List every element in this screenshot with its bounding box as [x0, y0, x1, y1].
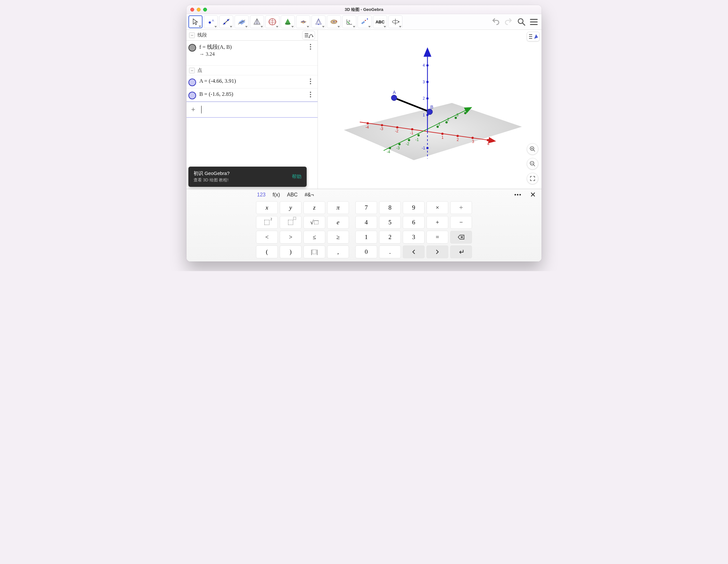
key-2[interactable]: 2 — [379, 231, 401, 244]
kb-tab-123[interactable]: 123 — [257, 192, 266, 198]
kb-tab-sym[interactable]: #&¬ — [305, 192, 314, 198]
tool-pyramid[interactable] — [250, 15, 264, 28]
key-dot[interactable]: . — [379, 245, 401, 258]
key-ge[interactable]: ≥ — [327, 231, 349, 244]
tool-cone[interactable] — [281, 15, 295, 28]
item-menu-f[interactable] — [307, 43, 314, 50]
key-power[interactable] — [280, 216, 302, 229]
zoom-out-button[interactable] — [527, 158, 538, 170]
graphics3d-view[interactable]: -4 -3 -2 -1 1 2 3 4 -4 -3 — [318, 30, 542, 189]
promo-help-link[interactable]: 帮助 — [292, 174, 302, 180]
algebra-item-f[interactable]: f = 线段(A, B) 3.24 — [186, 41, 318, 66]
key-x[interactable]: x — [256, 201, 278, 214]
svg-text:3: 3 — [472, 139, 474, 144]
collapse-point-button[interactable]: − — [189, 68, 195, 73]
key-eq[interactable]: = — [426, 231, 448, 244]
menu-button[interactable] — [530, 19, 538, 25]
minimize-window-button[interactable] — [197, 8, 201, 12]
key-abs[interactable]: || — [303, 245, 325, 258]
key-gt[interactable]: > — [280, 231, 302, 244]
tool-point[interactable]: A — [204, 15, 218, 28]
close-window-button[interactable] — [190, 8, 194, 12]
tool-angle[interactable]: α — [342, 15, 356, 28]
key-square[interactable]: 2 — [256, 216, 278, 229]
redo-button[interactable] — [504, 18, 513, 26]
svg-text:4: 4 — [423, 63, 425, 68]
svg-point-0 — [209, 21, 211, 24]
undo-button[interactable] — [492, 18, 500, 26]
key-mul[interactable]: × — [426, 201, 448, 214]
label-b: B — [430, 104, 433, 110]
key-7[interactable]: 7 — [355, 201, 377, 214]
key-5[interactable]: 5 — [379, 216, 401, 229]
key-right[interactable] — [426, 245, 448, 258]
tool-intersect[interactable] — [296, 15, 310, 28]
kb-more-button[interactable]: ••• — [514, 192, 522, 198]
key-0[interactable]: 0 — [355, 245, 377, 258]
svg-text:1: 1 — [438, 122, 441, 126]
tool-reflect[interactable] — [358, 15, 372, 28]
key-y[interactable]: y — [280, 201, 302, 214]
key-lt[interactable]: < — [256, 231, 278, 244]
svg-text:4: 4 — [487, 142, 490, 146]
svg-text:-1: -1 — [410, 131, 413, 135]
tool-move[interactable] — [188, 15, 203, 28]
key-minus[interactable]: − — [450, 216, 472, 229]
key-backspace[interactable] — [450, 231, 472, 244]
fullscreen-button[interactable] — [527, 173, 538, 184]
zoom-window-button[interactable] — [203, 8, 207, 12]
key-plus[interactable]: + — [426, 216, 448, 229]
tool-text[interactable]: ABC — [373, 15, 387, 28]
kb-tab-abc[interactable]: ABC — [287, 192, 298, 198]
key-le[interactable]: ≤ — [303, 231, 325, 244]
graphics-view-menu[interactable] — [527, 32, 540, 41]
algebra-item-b[interactable]: B = (-1.6, 2.85) — [186, 88, 318, 102]
key-3[interactable]: 3 — [403, 231, 425, 244]
svg-point-24 — [336, 21, 337, 21]
key-rparen[interactable]: ) — [280, 245, 302, 258]
key-e[interactable]: e — [327, 216, 349, 229]
tool-net3d[interactable] — [311, 15, 326, 28]
key-sqrt[interactable]: √ — [303, 216, 325, 229]
key-1[interactable]: 1 — [355, 231, 377, 244]
item-menu-a[interactable] — [307, 77, 314, 84]
key-4[interactable]: 4 — [355, 216, 377, 229]
object-color-a[interactable] — [188, 79, 196, 86]
zoom-in-button[interactable] — [527, 143, 538, 155]
svg-point-88 — [427, 147, 428, 149]
key-lparen[interactable]: ( — [256, 245, 278, 258]
svg-point-75 — [465, 112, 466, 114]
algebra-sort-button[interactable] — [302, 31, 315, 40]
key-8[interactable]: 8 — [379, 201, 401, 214]
key-div[interactable]: ÷ — [450, 201, 472, 214]
object-color-b[interactable] — [188, 92, 196, 99]
algebra-item-a[interactable]: A = (-4.66, 3.91) — [186, 75, 318, 88]
svg-marker-26 — [361, 21, 365, 24]
kb-tab-fx[interactable]: f(x) — [273, 192, 280, 198]
key-9[interactable]: 9 — [403, 201, 425, 214]
search-button[interactable] — [517, 18, 525, 26]
algebra-input-row[interactable]: + — [186, 102, 318, 118]
key-6[interactable]: 6 — [403, 216, 425, 229]
tool-rotate-view[interactable] — [388, 15, 402, 28]
tool-sphere[interactable] — [265, 15, 279, 28]
key-pi[interactable]: π — [327, 201, 349, 214]
key-left[interactable] — [403, 245, 425, 258]
key-enter[interactable] — [450, 245, 472, 258]
kb-close-button[interactable]: ✕ — [529, 191, 537, 199]
collapse-segment-button[interactable]: − — [189, 32, 195, 38]
scene-svg: -4 -3 -2 -1 1 2 3 4 -4 -3 — [318, 30, 542, 189]
key-z[interactable]: z — [303, 201, 325, 214]
svg-point-4 — [227, 19, 229, 21]
svg-text:-3: -3 — [380, 127, 383, 131]
object-color-f[interactable] — [188, 44, 196, 52]
kb-block-numbers: 7 8 9 × ÷ 4 5 6 + − 1 2 3 = 0 . — [355, 201, 472, 258]
item-menu-b[interactable] — [307, 90, 314, 97]
svg-text:-1: -1 — [415, 137, 419, 142]
tool-plane[interactable] — [235, 15, 249, 28]
key-comma[interactable]: , — [327, 245, 349, 258]
tool-circle3[interactable] — [327, 15, 341, 28]
main-content: − 线段 f = 线段(A, B) 3.24 − 点 — [186, 30, 542, 189]
svg-text:1: 1 — [442, 135, 444, 140]
tool-line[interactable] — [219, 15, 233, 28]
